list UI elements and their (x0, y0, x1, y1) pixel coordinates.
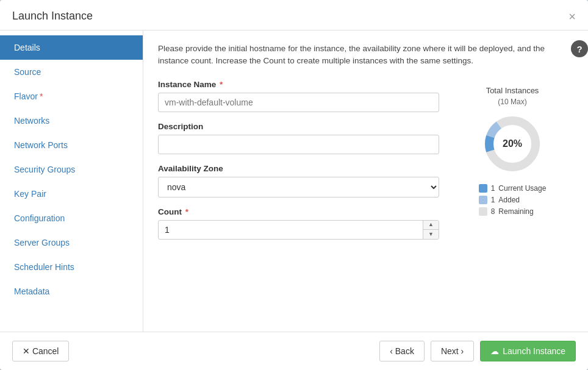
footer-right: ‹ Back Next › ☁ Launch Instance (379, 341, 576, 361)
added-swatch (479, 196, 487, 204)
count-decrement-button[interactable]: ▼ (423, 230, 439, 239)
added-label: Added (498, 196, 520, 204)
sidebar-item-networks[interactable]: Networks (0, 109, 143, 133)
count-wrapper: ▲ ▼ (158, 220, 439, 240)
modal-body: Details Source Flavor* Networks Network … (0, 30, 588, 332)
launch-cloud-icon: ☁ (490, 346, 499, 356)
count-required: * (183, 207, 188, 216)
modal-footer: ✕ Cancel ‹ Back Next › ☁ Launch Instance (0, 332, 588, 370)
sidebar-item-configuration[interactable]: Configuration (0, 206, 143, 230)
sidebar-item-metadata[interactable]: Metadata (0, 279, 143, 304)
modal-header: Launch Instance × (0, 0, 588, 30)
sidebar-item-key-pair[interactable]: Key Pair (0, 182, 143, 206)
chart-subtitle: (10 Max) (498, 98, 526, 106)
remaining-count: 8 (491, 207, 495, 216)
chart-title: Total Instances (486, 86, 539, 95)
next-button[interactable]: Next › (431, 341, 474, 361)
count-group: Count * ▲ ▼ (158, 207, 439, 240)
count-label: Count * (158, 207, 439, 216)
availability-zone-select[interactable]: nova (158, 177, 439, 197)
legend-remaining: 8 Remaining (479, 207, 547, 216)
modal-title: Launch Instance (12, 10, 93, 23)
current-usage-label: Current Usage (498, 184, 546, 193)
cancel-button[interactable]: ✕ Cancel (12, 341, 69, 361)
sidebar-item-security-groups[interactable]: Security Groups (0, 157, 143, 182)
footer-left: ✕ Cancel (12, 341, 69, 361)
current-usage-count: 1 (491, 184, 495, 193)
sidebar-item-scheduler-hints[interactable]: Scheduler Hints (0, 255, 143, 279)
launch-instance-label: Launch Instance (503, 346, 565, 356)
sidebar: Details Source Flavor* Networks Network … (0, 30, 143, 332)
sidebar-item-server-groups[interactable]: Server Groups (0, 230, 143, 255)
description-label: Description (158, 122, 439, 131)
flavor-required-star: * (40, 91, 43, 101)
instance-name-label: Instance Name * (158, 80, 439, 89)
sidebar-item-source[interactable]: Source (0, 60, 143, 84)
count-input[interactable] (158, 220, 439, 240)
availability-zone-group: Availability Zone nova (158, 164, 439, 197)
remaining-swatch (479, 207, 487, 216)
close-button[interactable]: × (568, 10, 576, 23)
instance-name-group: Instance Name * (158, 80, 439, 112)
instance-name-input[interactable] (158, 93, 439, 112)
description-input[interactable] (158, 135, 439, 154)
sidebar-item-details[interactable]: Details (0, 35, 143, 60)
main-content: ? Please provide the initial hostname fo… (143, 30, 588, 332)
description-text: Please provide the initial hostname for … (158, 43, 573, 68)
launch-instance-button[interactable]: ☁ Launch Instance (480, 341, 576, 361)
sidebar-item-network-ports[interactable]: Network Ports (0, 133, 143, 157)
availability-zone-label: Availability Zone (158, 164, 439, 173)
donut-chart: 20% (482, 113, 543, 174)
help-button[interactable]: ? (571, 40, 588, 57)
legend-current-usage: 1 Current Usage (479, 184, 547, 193)
launch-instance-modal: Launch Instance × Details Source Flavor*… (0, 0, 588, 370)
description-group: Description (158, 122, 439, 154)
back-button[interactable]: ‹ Back (379, 341, 425, 361)
form-section: Instance Name * Description Availability… (158, 80, 439, 249)
content-area: Instance Name * Description Availability… (158, 80, 573, 249)
count-spinners: ▲ ▼ (423, 221, 439, 239)
instance-name-required: * (217, 80, 223, 89)
legend-added: 1 Added (479, 196, 547, 204)
sidebar-item-flavor[interactable]: Flavor* (0, 84, 143, 109)
chart-legend: 1 Current Usage 1 Added 8 Remaining (479, 184, 547, 216)
added-count: 1 (491, 196, 495, 204)
chart-section: Total Instances (10 Max) 20% (451, 80, 573, 249)
count-increment-button[interactable]: ▲ (423, 221, 439, 230)
current-usage-swatch (479, 184, 487, 193)
remaining-label: Remaining (498, 207, 533, 216)
donut-percentage: 20% (503, 138, 522, 149)
